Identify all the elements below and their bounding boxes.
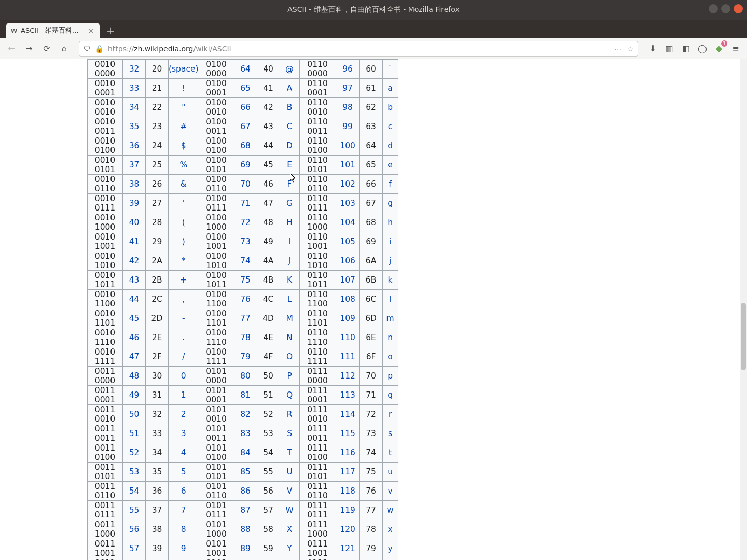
table-cell[interactable]: P	[280, 367, 299, 386]
table-cell[interactable]: W	[280, 501, 299, 520]
tracking-shield-icon[interactable]: 🛡	[84, 45, 91, 53]
wiki-link[interactable]: 67	[240, 122, 251, 131]
table-cell[interactable]: 112	[336, 367, 359, 386]
wiki-link[interactable]: 86	[240, 486, 251, 496]
table-cell[interactable]: `	[382, 60, 398, 79]
wiki-link[interactable]: 83	[240, 429, 251, 438]
wiki-link[interactable]: #	[180, 122, 187, 131]
new-tab-button[interactable]: +	[104, 24, 117, 37]
wiki-link[interactable]: 7	[181, 506, 186, 515]
wiki-link[interactable]: 106	[340, 256, 355, 265]
table-cell[interactable]: S	[280, 424, 299, 443]
wiki-link[interactable]: t	[389, 448, 392, 457]
wiki-link[interactable]: 110	[340, 333, 355, 342]
forward-button[interactable]: →	[22, 41, 36, 56]
table-cell[interactable]: 69	[234, 156, 257, 175]
table-cell[interactable]: 87	[234, 501, 257, 520]
table-cell[interactable]: '	[169, 194, 199, 213]
table-cell[interactable]: i	[382, 232, 398, 251]
table-cell[interactable]: 117	[336, 463, 359, 482]
table-cell[interactable]: 52	[123, 443, 146, 463]
back-button[interactable]: ←	[4, 41, 19, 56]
table-cell[interactable]: 9	[169, 539, 199, 558]
table-cell[interactable]: 0	[169, 367, 199, 386]
table-cell[interactable]: Q	[280, 386, 299, 405]
wiki-link[interactable]: 104	[340, 218, 355, 227]
table-cell[interactable]: 37	[123, 156, 146, 175]
wiki-link[interactable]: N	[286, 333, 293, 342]
wiki-link[interactable]: 103	[340, 199, 355, 208]
table-cell[interactable]: 86	[234, 482, 257, 501]
wiki-link[interactable]: 111	[340, 352, 355, 361]
table-cell[interactable]: 90	[234, 558, 257, 561]
table-cell[interactable]: 42	[123, 251, 146, 271]
table-cell[interactable]: r	[382, 405, 398, 424]
table-cell[interactable]: 2	[169, 405, 199, 424]
wiki-link[interactable]: O	[286, 352, 293, 361]
table-cell[interactable]: 113	[336, 386, 359, 405]
table-cell[interactable]: 88	[234, 520, 257, 539]
wiki-link[interactable]: 33	[129, 83, 140, 93]
table-cell[interactable]: %	[169, 156, 199, 175]
wiki-link[interactable]: 44	[129, 295, 140, 304]
table-cell[interactable]: G	[280, 194, 299, 213]
table-cell[interactable]: A	[280, 79, 299, 98]
wiki-link[interactable]: "	[182, 103, 185, 112]
wiki-link[interactable]: h	[388, 218, 393, 227]
wiki-link[interactable]: 99	[342, 122, 353, 131]
wiki-link[interactable]: T	[287, 448, 292, 457]
close-window-icon[interactable]	[734, 4, 743, 13]
table-cell[interactable]: 122	[336, 558, 359, 561]
wiki-link[interactable]: ,	[182, 295, 185, 304]
sidebar-icon[interactable]: ◧	[679, 41, 693, 56]
page-actions-icon[interactable]: ⋯	[614, 45, 622, 53]
wiki-link[interactable]: M	[286, 314, 293, 323]
wiki-link[interactable]: G	[286, 199, 293, 208]
table-cell[interactable]: z	[382, 558, 398, 561]
wiki-link[interactable]: K	[287, 275, 292, 285]
lock-icon[interactable]: 🔒	[95, 45, 104, 53]
table-cell[interactable]: .	[169, 328, 199, 347]
wiki-link[interactable]: W	[285, 506, 293, 515]
wiki-link[interactable]: n	[388, 333, 393, 342]
wiki-link[interactable]: 53	[129, 467, 140, 477]
wiki-link[interactable]: 57	[129, 544, 140, 553]
table-cell[interactable]: 72	[234, 213, 257, 232]
wiki-link[interactable]: 85	[240, 467, 251, 477]
table-cell[interactable]: 119	[336, 501, 359, 520]
wiki-link[interactable]: R	[287, 410, 293, 419]
table-cell[interactable]: v	[382, 482, 398, 501]
wiki-link[interactable]: $	[181, 141, 186, 150]
wiki-link[interactable]: 38	[129, 179, 140, 189]
wiki-link[interactable]: !	[182, 83, 185, 93]
wiki-link[interactable]: 77	[240, 314, 251, 323]
wiki-link[interactable]: 37	[129, 160, 140, 170]
table-cell[interactable]: o	[382, 347, 398, 367]
table-cell[interactable]: 53	[123, 463, 146, 482]
table-cell[interactable]: Y	[280, 539, 299, 558]
wiki-link[interactable]: P	[287, 371, 292, 381]
wiki-link[interactable]: q	[388, 390, 393, 400]
table-cell[interactable]: !	[169, 79, 199, 98]
library-icon[interactable]: ▥	[662, 41, 676, 56]
wiki-link[interactable]: 117	[340, 467, 355, 477]
wiki-link[interactable]: 49	[129, 390, 140, 400]
wiki-link[interactable]: E	[287, 160, 292, 170]
table-cell[interactable]: 65	[234, 79, 257, 98]
table-cell[interactable]: R	[280, 405, 299, 424]
wiki-link[interactable]: k	[388, 275, 393, 285]
table-cell[interactable]: 77	[234, 309, 257, 328]
wiki-link[interactable]: 41	[129, 237, 140, 246]
wiki-link[interactable]: 3	[181, 429, 186, 438]
wiki-link[interactable]: 32	[129, 64, 140, 74]
wiki-link[interactable]: /	[182, 352, 185, 361]
wiki-link[interactable]: 80	[240, 371, 251, 381]
wiki-link[interactable]: b	[388, 103, 393, 112]
table-cell[interactable]: h	[382, 213, 398, 232]
table-cell[interactable]: (space)	[169, 60, 199, 79]
wiki-link[interactable]: )	[182, 237, 185, 246]
wiki-link[interactable]: 71	[240, 199, 251, 208]
table-cell[interactable]: 55	[123, 501, 146, 520]
wiki-link[interactable]: 87	[240, 506, 251, 515]
table-cell[interactable]: f	[382, 175, 398, 194]
